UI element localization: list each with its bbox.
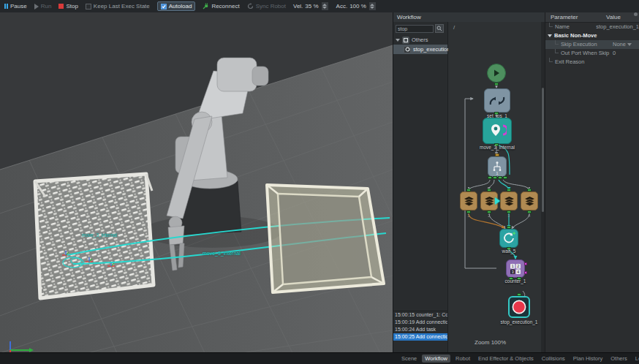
reconnect-button[interactable]: Reconnect — [203, 3, 239, 10]
stop-label: Stop — [66, 3, 77, 10]
tab-end-effector-objects[interactable]: End Effector & Objects — [475, 354, 537, 363]
param-row-out-port-when-skip: Out Port When Skip 0 — [545, 49, 639, 58]
param-value[interactable]: stop_execution_1 — [595, 23, 639, 31]
branch-port-number: 1 — [488, 171, 506, 175]
tree-group-others[interactable]: Others — [393, 35, 447, 45]
double-arc-icon — [489, 94, 505, 107]
plug-icon — [203, 3, 209, 10]
port-in — [507, 226, 511, 229]
pause-button[interactable]: Pause — [4, 3, 27, 10]
node-stack-1[interactable] — [460, 192, 477, 211]
stack-label: 4 — [528, 213, 530, 218]
layers-icon — [523, 195, 536, 208]
param-section-basic-non-move[interactable]: Basic Non-Move — [545, 31, 639, 40]
node-wait[interactable] — [499, 229, 518, 248]
log-row-selected[interactable]: 15:00:25 Add connection — [393, 333, 447, 341]
stack-label: 3 — [507, 213, 510, 218]
wait-loop-icon — [502, 232, 515, 245]
node-move[interactable] — [483, 118, 512, 144]
trajectory-label: move_3_internal — [203, 251, 241, 256]
port-in — [527, 189, 532, 192]
sync-robot-label: Sync Robot — [256, 3, 286, 10]
tab-workflow[interactable]: Workflow — [422, 354, 450, 363]
run-button[interactable]: Run — [34, 3, 52, 10]
run-icon — [34, 4, 39, 10]
zoom-level-label: Zoom 100% — [474, 339, 506, 346]
port-in — [487, 189, 491, 192]
checkbox-unchecked-icon — [86, 4, 91, 10]
current-step-icon — [495, 197, 500, 205]
acceleration-value[interactable]: 100 % — [349, 3, 366, 10]
acceleration-control: Acc. 100 % — [336, 1, 377, 11]
workflow-search-input[interactable] — [396, 25, 434, 33]
log-row[interactable]: 15:00:19 Add connection — [393, 319, 447, 326]
tree-item-stop-execution[interactable]: stop_execution — [393, 45, 447, 54]
3d-viewport[interactable]: move_3_internal move_3_internal — [0, 12, 393, 353]
stop-node-icon — [404, 46, 411, 53]
parameter-column-label: Parameter — [545, 12, 606, 22]
node-counter[interactable]: 1 2 3 4 — [506, 259, 525, 278]
node-label: wait_5 — [502, 249, 516, 254]
port-in — [507, 189, 511, 192]
node-stack-4[interactable] — [521, 192, 538, 211]
velocity-label: Vel. — [293, 3, 303, 10]
param-row-exit-reason: Exit Reason — [545, 58, 639, 67]
tab-plan-history[interactable]: Plan History — [570, 354, 605, 363]
node-label: stop_execution_1 — [501, 319, 538, 325]
port-in — [517, 293, 521, 296]
param-label: Exit Reason — [545, 58, 606, 67]
svg-text:2: 2 — [517, 264, 519, 268]
autoload-checkbox[interactable]: Autoload — [157, 1, 196, 11]
log-row[interactable]: 15:00:24 Add task — [393, 326, 447, 333]
layers-icon — [463, 195, 475, 208]
node-stack-3[interactable] — [500, 192, 518, 211]
tab-robot[interactable]: Robot — [453, 354, 473, 363]
tree-group-label: Others — [412, 37, 428, 43]
port-in — [466, 189, 471, 192]
layers-icon — [483, 195, 496, 208]
port-loop — [524, 271, 527, 274]
log-row[interactable]: 15:00:15 counter_1: Count (1 - — [393, 311, 447, 319]
port-in — [495, 153, 499, 156]
svg-text:1: 1 — [512, 264, 514, 268]
port-out — [503, 176, 507, 179]
param-section-label: Basic Non-Move — [545, 31, 635, 40]
sync-robot-button[interactable]: Sync Robot — [247, 3, 286, 10]
node-label: counter_1 — [505, 278, 526, 284]
tab-log[interactable]: Log — [632, 354, 639, 363]
stack-label: 2 — [488, 213, 490, 218]
tab-others[interactable]: Others — [608, 354, 630, 363]
acceleration-label: Acc. — [336, 3, 348, 10]
search-icon[interactable] — [435, 24, 444, 33]
stop-button[interactable]: Stop — [58, 3, 77, 10]
velocity-value[interactable]: 35 % — [305, 3, 318, 10]
param-value[interactable]: 0 — [612, 49, 616, 58]
run-label: Run — [41, 3, 52, 10]
panel-collapse-handle[interactable] — [634, 12, 638, 16]
workflow-tree-panel: Others stop_execution 15:00:15 counter_1… — [393, 22, 448, 353]
skip-execution-dropdown[interactable]: None — [612, 40, 632, 49]
keep-last-exec-checkbox[interactable]: Keep Last Exec State — [86, 3, 150, 10]
tree-item-label: stop_execution — [413, 46, 450, 53]
node-stop-execution[interactable] — [508, 296, 530, 318]
reconnect-label: Reconnect — [211, 3, 239, 10]
param-row-name: Name stop_execution_1 — [545, 23, 639, 31]
svg-text:4: 4 — [517, 269, 519, 273]
workflow-canvas[interactable]: / — [448, 22, 541, 353]
tab-collisions[interactable]: Collisions — [539, 354, 568, 363]
tab-scene[interactable]: Scene — [398, 354, 420, 363]
port-out — [493, 176, 497, 179]
acceleration-spinner[interactable] — [368, 1, 377, 11]
checkbox-checked-icon — [161, 4, 167, 10]
log-list: 15:00:15 counter_1: Count (1 - 15:00:19 … — [393, 311, 447, 341]
node-set-jps[interactable] — [484, 88, 510, 113]
param-label: Skip Execution — [545, 40, 612, 49]
node-start[interactable] — [487, 64, 506, 83]
workflow-panel: Workflow Others stop_execution — [393, 12, 545, 353]
node-branch[interactable]: 1 — [488, 156, 507, 177]
velocity-spinner[interactable] — [321, 1, 329, 11]
parameter-panel: Parameter Value Name stop_execution_1 Ba… — [545, 12, 639, 353]
port-loop — [524, 262, 527, 265]
target-bin — [267, 185, 384, 292]
play-icon — [492, 69, 501, 77]
